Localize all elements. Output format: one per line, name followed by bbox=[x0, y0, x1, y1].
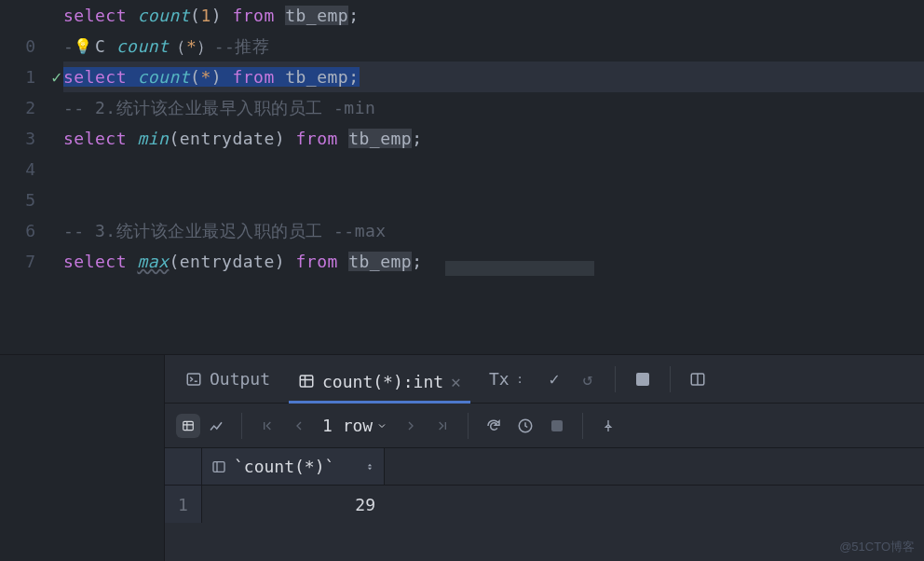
stop-small-icon[interactable] bbox=[545, 414, 569, 438]
last-page-icon[interactable] bbox=[430, 414, 455, 438]
svg-rect-0 bbox=[187, 374, 200, 385]
result-toolbar: 1 row bbox=[165, 404, 924, 448]
row-number-header bbox=[165, 448, 202, 485]
lightbulb-icon[interactable]: 💡 bbox=[74, 31, 93, 62]
tab-label: count(*):int bbox=[322, 372, 443, 391]
code-text-area[interactable]: select count(1) from tb_emp; -💡 C count（… bbox=[63, 0, 924, 265]
column-name: `count(*)` bbox=[234, 457, 334, 476]
watermark: @51CTO博客 bbox=[839, 539, 915, 555]
code-line[interactable]: select count(1) from tb_emp; bbox=[63, 0, 924, 31]
pin-icon[interactable] bbox=[596, 414, 620, 438]
chart-view-toggle[interactable] bbox=[204, 414, 228, 438]
stop-icon[interactable] bbox=[631, 367, 655, 391]
svg-rect-1 bbox=[300, 376, 313, 387]
sort-icon[interactable] bbox=[365, 460, 374, 473]
row-count-dropdown[interactable]: 1 row bbox=[319, 416, 391, 435]
run-panel: Output count(*):int ✕ Tx: ✓ ↺ bbox=[0, 354, 924, 561]
prev-page-icon[interactable] bbox=[287, 414, 311, 438]
tx-label[interactable]: Tx: bbox=[480, 363, 533, 394]
history-clock-icon[interactable] bbox=[513, 414, 537, 438]
code-line[interactable]: -💡 C count（*）--推荐 bbox=[63, 31, 924, 62]
table-row[interactable]: 1 29 bbox=[165, 486, 924, 523]
close-tab-icon[interactable]: ✕ bbox=[451, 372, 461, 391]
code-editor: 0 1 ✓ 2 3 4 5 6 7 select count(1) from t… bbox=[0, 0, 924, 265]
commit-check-icon[interactable]: ✓ bbox=[542, 367, 566, 391]
tab-label: Output bbox=[210, 369, 270, 389]
first-page-icon[interactable] bbox=[255, 414, 279, 438]
column-header[interactable]: `count(*)` bbox=[202, 448, 385, 485]
layout-sidebar-icon bbox=[211, 459, 226, 474]
panel-left-gutter bbox=[0, 355, 164, 561]
code-line-active[interactable]: select count(*) from tb_emp; bbox=[63, 62, 924, 92]
row-number: 1 bbox=[165, 486, 202, 523]
svg-rect-3 bbox=[183, 421, 194, 430]
row-count-text: 1 row bbox=[322, 416, 373, 435]
code-line[interactable]: select min(entrydate) from tb_emp; bbox=[63, 123, 924, 154]
result-tabs: Output count(*):int ✕ Tx: ✓ ↺ bbox=[165, 355, 924, 404]
code-line[interactable]: -- 3.统计该企业最迟入职的员工 --max bbox=[63, 215, 924, 246]
rollback-undo-icon[interactable]: ↺ bbox=[576, 367, 600, 391]
code-line[interactable]: select max(entrydate) from tb_emp; bbox=[63, 246, 924, 277]
refresh-icon[interactable] bbox=[482, 414, 506, 438]
code-line[interactable] bbox=[63, 154, 924, 185]
table-icon bbox=[298, 373, 315, 390]
terminal-icon bbox=[185, 371, 202, 388]
run-ok-icon: ✓ bbox=[51, 62, 61, 92]
cell-value[interactable]: 29 bbox=[202, 486, 385, 523]
svg-rect-5 bbox=[213, 461, 224, 472]
line-gutter: 0 1 ✓ 2 3 4 5 6 7 bbox=[0, 0, 41, 265]
code-line[interactable] bbox=[63, 185, 924, 215]
split-columns-icon[interactable] bbox=[686, 367, 710, 391]
grid-view-toggle[interactable] bbox=[176, 414, 200, 438]
chevron-down-icon bbox=[376, 420, 387, 431]
tab-result-active[interactable]: count(*):int ✕ bbox=[289, 366, 470, 404]
result-table: `count(*)` 1 29 bbox=[165, 448, 924, 523]
tab-output[interactable]: Output bbox=[176, 363, 279, 394]
next-page-icon[interactable] bbox=[399, 414, 423, 438]
code-line[interactable]: -- 2.统计该企业最早入职的员工 -min bbox=[63, 92, 924, 123]
